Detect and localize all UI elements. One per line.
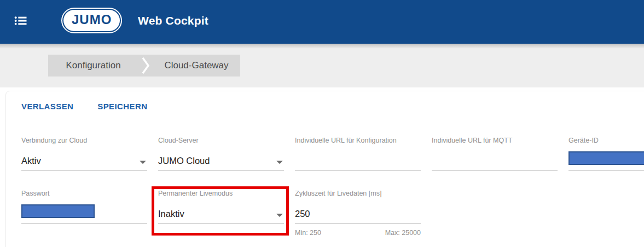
- chevron-down-icon: [276, 161, 283, 164]
- form-row-2: Passwort Permanenter Livemodus Inaktiv Z…: [21, 190, 421, 237]
- field-geraete-id: Geräte-ID: [568, 137, 644, 170]
- selected-value: Aktiv: [21, 156, 41, 166]
- chevron-right-icon: [138, 55, 153, 77]
- geraete-id-input[interactable]: [568, 145, 644, 170]
- field-label: Passwort: [21, 190, 147, 198]
- zykluszeit-input[interactable]: 250: [295, 198, 421, 224]
- field-label: Cloud-Server: [158, 137, 284, 145]
- toolbar: VERLASSEN SPEICHERN: [21, 102, 147, 111]
- input-value: 250: [295, 209, 310, 219]
- breadcrumb-item-cloud-gateway[interactable]: Cloud-Gateway: [153, 55, 240, 77]
- field-verbindung-zur-cloud: Verbindung zur Cloud Aktiv: [21, 137, 147, 170]
- verbindung-zur-cloud-select[interactable]: Aktiv: [21, 145, 147, 170]
- field-label: Zykluszeit für Livedaten [ms]: [295, 190, 421, 198]
- field-url-konfiguration: Individuelle URL für Konfiguration: [295, 137, 421, 170]
- jumo-logo: JUMO: [61, 8, 122, 33]
- url-mqtt-input[interactable]: [432, 145, 558, 170]
- permanenter-livemodus-select[interactable]: Inaktiv: [158, 198, 284, 224]
- field-label: Geräte-ID: [568, 137, 644, 145]
- list-icon: [13, 13, 28, 28]
- cloud-server-select[interactable]: JUMO Cloud: [158, 145, 284, 170]
- form-row-1: Verbindung zur Cloud Aktiv Cloud-Server …: [21, 137, 644, 170]
- field-cloud-server: Cloud-Server JUMO Cloud: [158, 137, 284, 170]
- redacted-value: [568, 151, 644, 165]
- app-header: JUMO Web Cockpit: [0, 0, 644, 44]
- menu-list-icon[interactable]: [12, 12, 30, 30]
- redacted-value: [21, 204, 95, 218]
- chevron-down-icon: [276, 214, 283, 217]
- breadcrumb-band: Konfiguration Cloud-Gateway: [0, 44, 644, 87]
- verlassen-button[interactable]: VERLASSEN: [21, 102, 73, 111]
- breadcrumb-item-konfiguration[interactable]: Konfiguration: [48, 55, 138, 77]
- field-permanenter-livemodus: Permanenter Livemodus Inaktiv: [158, 190, 284, 237]
- field-zykluszeit: Zykluszeit für Livedaten [ms] 250 Min: 2…: [295, 190, 421, 237]
- field-label: Individuelle URL für Konfiguration: [295, 137, 421, 145]
- field-url-mqtt: Individuelle URL für MQTT: [432, 137, 558, 170]
- zykluszeit-hints: Min: 250 Max: 25000: [295, 229, 421, 237]
- passwort-input[interactable]: [21, 198, 147, 224]
- breadcrumb: Konfiguration Cloud-Gateway: [48, 55, 240, 77]
- field-label: Verbindung zur Cloud: [21, 137, 147, 145]
- field-label: Permanenter Livemodus: [158, 190, 284, 198]
- selected-value: Inaktiv: [158, 209, 184, 219]
- selected-value: JUMO Cloud: [158, 156, 210, 166]
- max-hint: Max: 25000: [385, 229, 421, 237]
- field-passwort: Passwort: [21, 190, 147, 237]
- speichern-button[interactable]: SPEICHERN: [97, 102, 147, 111]
- url-konfiguration-input[interactable]: [295, 145, 421, 170]
- field-label: Individuelle URL für MQTT: [432, 137, 558, 145]
- min-hint: Min: 250: [295, 229, 321, 237]
- header-shadow: [0, 44, 644, 49]
- chevron-down-icon: [140, 161, 146, 164]
- jumo-logo-text: JUMO: [63, 10, 120, 31]
- app-title: Web Cockpit: [138, 14, 208, 27]
